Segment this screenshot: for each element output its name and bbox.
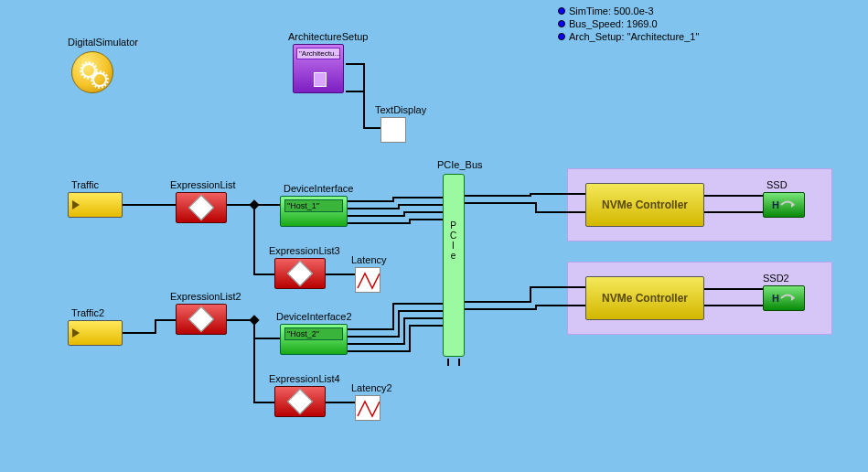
svg-rect-1 [249,315,259,325]
expr4-block[interactable] [274,386,326,417]
diamond-icon [287,389,313,414]
bus-text-i: I [444,241,464,251]
document-icon [314,72,327,87]
nvme1-block[interactable]: NVMe Controller [585,183,704,227]
ssd-h: H [772,199,779,210]
arrow-icon [779,292,796,305]
expr3-block[interactable] [274,258,326,289]
dev2-block[interactable]: "Host_2" [280,324,348,355]
nvme2-label: NVMe Controller [602,292,688,305]
ssd2-block[interactable]: H [763,285,805,311]
svg-rect-0 [249,199,259,209]
traffic1-label: Traffic [71,179,99,190]
ssd1-label: SSD [766,179,788,190]
arrow-icon [779,198,796,211]
expr2-label: ExpressionList2 [170,291,241,302]
lat2-block[interactable] [355,395,380,421]
bus-text-c: C [444,231,464,241]
bullet-icon [558,33,565,40]
lat2-label: Latency2 [351,382,392,393]
status-arch-setup: Arch_Setup: "Architecture_1" [558,31,699,42]
arch-tag: "Architectu... [296,48,340,59]
traffic2-block[interactable] [68,320,123,346]
traffic2-label: Traffic2 [71,307,104,318]
expr4-label: ExpressionList4 [269,373,340,384]
text-display-label: TextDisplay [375,104,426,115]
diamond-icon [188,306,214,332]
diamond-icon [188,195,214,220]
status-bus-speed: Bus_Speed: 1969.0 [558,18,658,29]
play-icon [72,328,80,338]
architecture-setup-block[interactable]: "Architectu... [293,44,344,93]
arch-setup-label: ArchitectureSetup [288,31,368,42]
title-label: DigitalSimulator [68,37,138,48]
dev2-host: "Host_2" [284,327,343,340]
bus-label: PCIe_Bus [437,159,483,170]
dev2-label: DeviceInterface2 [276,311,352,322]
text-display-block[interactable] [380,117,406,143]
play-icon [72,200,80,209]
dev1-block[interactable]: "Host_1" [280,196,348,227]
lat1-label: Latency [351,254,387,265]
ssd1-block[interactable]: H [763,192,805,218]
bullet-icon [558,20,565,27]
diamond-icon [287,261,313,286]
waveform-icon [356,268,380,292]
expr2-block[interactable] [176,304,227,335]
traffic1-block[interactable] [68,192,123,218]
bullet-icon [558,7,565,15]
status-simtime: SimTime: 500.0e-3 [558,5,654,16]
ssd2-label: SSD2 [763,273,789,284]
ssd-h: H [772,293,779,304]
status-label: Arch_Setup: "Architecture_1" [569,31,699,42]
gear-icon [92,72,107,87]
waveform-icon [356,396,380,420]
dev1-host: "Host_1" [284,199,343,212]
simulator-medallion[interactable] [71,51,113,93]
status-label: SimTime: 500.0e-3 [569,5,654,16]
nvme1-label: NVMe Controller [602,198,688,211]
bus-text-p: P [444,220,464,231]
nvme2-block[interactable]: NVMe Controller [585,276,704,320]
expr1-label: ExpressionList [170,179,236,190]
expr1-block[interactable] [176,192,227,223]
dev1-label: DeviceInterface [284,183,353,194]
lat1-block[interactable] [355,267,380,293]
bus-text-e: e [444,251,464,261]
status-label: Bus_Speed: 1969.0 [569,18,658,29]
expr3-label: ExpressionList3 [269,245,340,256]
pcie-bus-block[interactable]: P C I e [443,174,465,357]
